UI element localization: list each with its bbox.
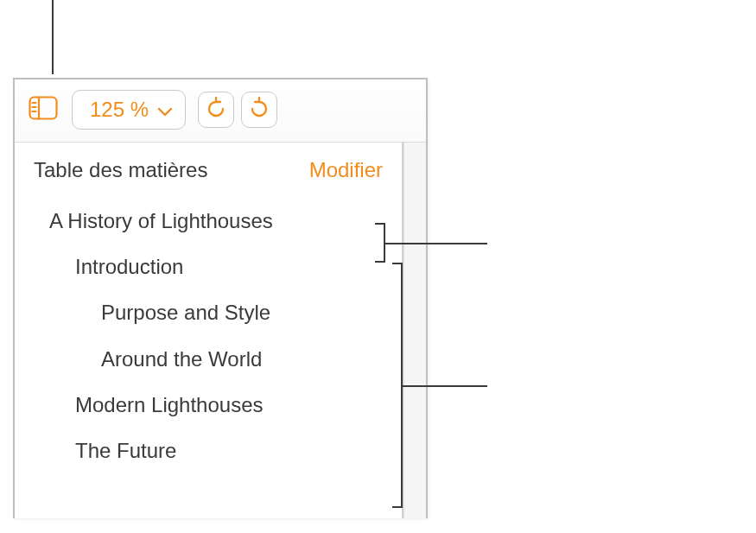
zoom-value: 125 % [90,98,149,122]
toc-item[interactable]: Around the World [15,336,402,382]
sidebar-icon [29,96,58,124]
toc-item-label: The Future [75,439,176,462]
callout-line-top [52,0,54,74]
app-window: 125 % [13,78,428,518]
toc-sidebar: Table des matières Modifier A History of… [15,143,403,518]
toc-item-label: Around the World [101,347,262,371]
toc-list: A History of Lighthouses Introduction Pu… [15,194,402,473]
toc-item[interactable]: A History of Lighthouses [15,198,402,244]
toc-item[interactable]: Introduction [15,244,402,289]
toc-item-label: A History of Lighthouses [49,209,273,232]
undo-button[interactable] [198,92,234,128]
toc-edit-button[interactable]: Modifier [309,158,383,182]
callout-bracket-modifier [375,223,385,263]
toc-item-label: Purpose and Style [101,301,270,324]
toolbar: 125 % [15,79,426,143]
callout-leader [401,385,487,387]
toc-header: Table des matières Modifier [15,151,402,194]
toc-item[interactable]: Purpose and Style [15,289,402,335]
undo-icon [205,97,227,123]
toc-title: Table des matières [34,158,207,182]
history-buttons [198,92,277,128]
callout-leader [384,243,487,244]
sidebar-toggle-button[interactable] [27,93,60,126]
toc-item-label: Introduction [75,255,183,278]
toc-item[interactable]: The Future [15,428,402,473]
chevron-down-icon [157,98,173,122]
body-area: Table des matières Modifier A History of… [15,143,426,518]
redo-icon [248,97,270,123]
document-page-edge [403,143,426,518]
redo-button[interactable] [241,92,277,128]
callout-bracket-toc [392,263,403,508]
toc-item[interactable]: Modern Lighthouses [15,382,402,428]
toc-item-label: Modern Lighthouses [75,393,263,416]
zoom-select[interactable]: 125 % [72,90,186,130]
